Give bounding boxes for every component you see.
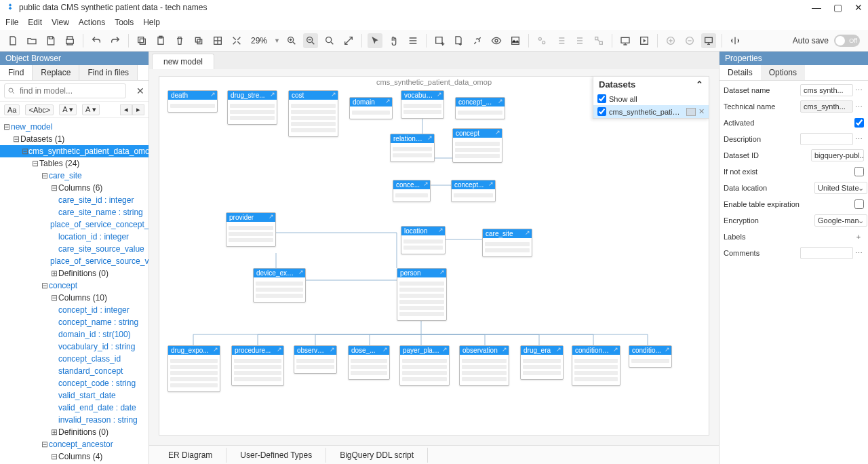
prop-value[interactable]: cms_synth...: [800, 100, 853, 113]
tree-node[interactable]: ⊟Datasets (1): [0, 133, 149, 145]
entity-relations[interactable]: relations...: [390, 134, 435, 162]
cursor-icon[interactable]: [368, 33, 382, 48]
entity-cost[interactable]: cost: [288, 90, 338, 137]
list-icon[interactable]: [553, 33, 568, 48]
tree-node[interactable]: ⊟concept: [0, 279, 149, 292]
tab-options[interactable]: Options: [761, 65, 805, 80]
entity-payer_plan[interactable]: payer_plan...: [399, 345, 450, 386]
paste-icon[interactable]: [153, 33, 168, 48]
entity-vocabula[interactable]: vocabula...: [401, 90, 444, 119]
entity-care_site[interactable]: care_site: [482, 229, 532, 257]
tree-node[interactable]: standard_concept: [0, 365, 149, 377]
tree-node[interactable]: ⊟Tables (24): [0, 157, 149, 170]
prop-value[interactable]: cms synth...: [800, 84, 853, 96]
more-icon[interactable]: ⋯: [853, 249, 864, 258]
entity-location[interactable]: location: [401, 226, 446, 254]
tree-node[interactable]: care_site_id : integer: [0, 194, 149, 206]
add-document-icon[interactable]: [451, 33, 466, 48]
filter-word[interactable]: <Abc>: [25, 104, 54, 115]
print-icon[interactable]: [62, 33, 77, 48]
prop-checkbox[interactable]: [854, 167, 864, 176]
close-button[interactable]: ✕: [854, 2, 863, 13]
grid-icon[interactable]: [210, 33, 225, 48]
entity-domain[interactable]: domain: [349, 97, 393, 119]
entity-death[interactable]: death: [167, 90, 218, 113]
tree-node[interactable]: vocabulary_id : string: [0, 341, 149, 353]
model-tab[interactable]: new model: [152, 54, 214, 69]
entity-person[interactable]: person: [397, 268, 447, 321]
split-icon[interactable]: [728, 33, 743, 48]
add-table-icon[interactable]: [432, 33, 447, 48]
prop-value[interactable]: [800, 133, 853, 145]
tree-node[interactable]: invalid_reason : string: [0, 414, 149, 426]
tab-details[interactable]: Details: [719, 65, 761, 80]
prop-checkbox[interactable]: [854, 199, 864, 209]
duplicate-icon[interactable]: [191, 33, 206, 48]
more-icon[interactable]: ⋯: [853, 135, 864, 144]
tree-node[interactable]: ⊞Definitions (0): [0, 267, 149, 279]
menu-edit[interactable]: Edit: [28, 18, 42, 27]
tree-node[interactable]: concept_name : string: [0, 316, 149, 328]
tree-node[interactable]: ⊟Columns (6): [0, 182, 149, 194]
minimize-button[interactable]: —: [812, 2, 821, 13]
tree-node[interactable]: domain_id : str(100): [0, 328, 149, 341]
more-icon[interactable]: ⋯: [853, 86, 864, 95]
autosave-toggle[interactable]: Off: [834, 35, 860, 47]
zoom-in-icon[interactable]: [284, 33, 299, 48]
tree-node[interactable]: care_site_name : string: [0, 206, 149, 218]
collapse-icon[interactable]: ⌃: [696, 79, 703, 90]
menu-help[interactable]: Help: [143, 18, 160, 27]
prop-value[interactable]: Google-man: [814, 214, 867, 227]
more-icon[interactable]: ⋯: [853, 102, 864, 111]
entity-observation[interactable]: observation: [459, 345, 509, 386]
maximize-button[interactable]: ▢: [833, 2, 842, 13]
menu-view[interactable]: View: [52, 18, 69, 27]
align-icon[interactable]: [406, 33, 420, 48]
tree-node[interactable]: place_of_service_concept_id: [0, 218, 149, 231]
screen-icon[interactable]: [618, 33, 633, 48]
zoom-out-icon[interactable]: [303, 33, 318, 48]
play-icon[interactable]: [637, 33, 652, 48]
entity-observati[interactable]: observati...: [294, 345, 337, 374]
minus-circle-icon[interactable]: [682, 33, 697, 48]
tab-er-diagram[interactable]: ER Diagram: [155, 448, 226, 463]
entity-device_exp[interactable]: device_exp...: [253, 268, 306, 303]
tree-node[interactable]: valid_start_date: [0, 389, 149, 402]
tree-node[interactable]: concept_class_id: [0, 353, 149, 365]
entity-drug_era[interactable]: drug_era: [520, 345, 564, 380]
group-icon[interactable]: [534, 33, 549, 48]
entity-concept_[interactable]: concept_...: [455, 97, 505, 119]
expand-icon[interactable]: [229, 33, 244, 48]
entity-conditio[interactable]: conditio...: [629, 345, 672, 368]
tree-node[interactable]: concept_code : string: [0, 377, 149, 389]
menu-actions[interactable]: Actions: [79, 18, 105, 27]
entity-concept[interactable]: concept...: [451, 180, 496, 202]
menu-file[interactable]: File: [5, 18, 18, 27]
menu-tools[interactable]: Tools: [115, 18, 134, 27]
plus-circle-icon[interactable]: [663, 33, 678, 48]
new-icon[interactable]: [5, 33, 20, 48]
entity-drug_stre[interactable]: drug_stre...: [227, 90, 277, 125]
entity-dose_[interactable]: dose_...: [348, 345, 390, 380]
dataset-close-icon[interactable]: ✕: [698, 107, 705, 116]
tree-node[interactable]: ⊟new_model: [0, 121, 149, 133]
tree-node[interactable]: ⊟cms_synthetic_patient_data_omop: [0, 145, 149, 157]
add-icon[interactable]: +: [853, 233, 864, 241]
view-icon[interactable]: [489, 33, 504, 48]
tree-node[interactable]: place_of_service_source_value: [0, 255, 149, 267]
entity-drug_expo[interactable]: drug_expo...: [167, 345, 220, 392]
entity-concept[interactable]: concept: [452, 128, 502, 163]
prop-value[interactable]: [800, 247, 853, 259]
image-icon[interactable]: [508, 33, 523, 48]
nav-prev-icon[interactable]: ◂: [120, 104, 132, 115]
dataset-checkbox[interactable]: [597, 107, 606, 116]
zoom-value[interactable]: 29%: [251, 36, 267, 45]
tree-node[interactable]: ⊞Definitions (0): [0, 426, 149, 438]
monitor-icon[interactable]: [701, 33, 716, 48]
entity-procedure[interactable]: procedure...: [231, 345, 284, 386]
entity-provider[interactable]: provider: [226, 212, 276, 247]
filter-case[interactable]: Aa: [4, 104, 20, 115]
tab-ddl[interactable]: BigQuery DDL script: [326, 448, 428, 463]
tree-node[interactable]: ⊟Columns (10): [0, 292, 149, 304]
tree-node[interactable]: ⊟concept_ancestor: [0, 438, 149, 450]
